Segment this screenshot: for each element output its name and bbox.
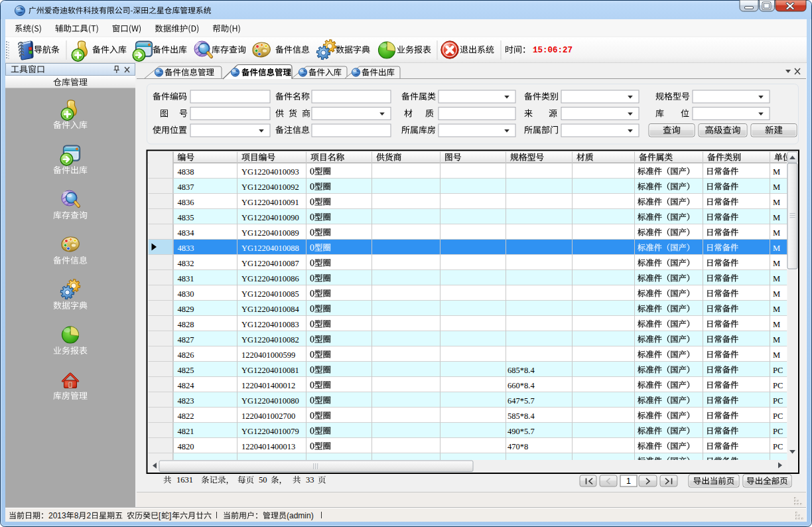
svg-text:(admin): (admin): [287, 511, 314, 520]
svg-text:M: M: [773, 320, 780, 329]
svg-text:2013: 2013: [48, 511, 66, 520]
svg-text:4833: 4833: [178, 244, 194, 253]
svg-text:1220401002700: 1220401002700: [241, 412, 295, 421]
svg-text:M: M: [773, 167, 780, 177]
svg-text:4823: 4823: [178, 396, 194, 406]
svg-text:YG12204010091: YG12204010091: [241, 198, 299, 207]
svg-text:15:06:27: 15:06:27: [533, 46, 573, 55]
svg-text:M: M: [773, 213, 780, 222]
svg-text:M: M: [773, 305, 780, 314]
svg-text:M: M: [773, 198, 780, 207]
svg-text:M: M: [773, 350, 780, 360]
svg-text:PC: PC: [773, 412, 783, 421]
svg-text:YG12204010092: YG12204010092: [241, 183, 299, 192]
svg-text:YG12204010093: YG12204010093: [241, 167, 299, 177]
svg-text:YG12204010089: YG12204010089: [241, 228, 299, 238]
svg-text:1: 1: [626, 477, 631, 486]
svg-text:YG12204010084: YG12204010084: [241, 305, 300, 314]
svg-text:M: M: [773, 274, 780, 283]
svg-text:YG12204010085: YG12204010085: [241, 289, 299, 299]
svg-text:YG12204010079: YG12204010079: [241, 427, 299, 436]
svg-text:M: M: [773, 335, 780, 344]
svg-text:4838: 4838: [178, 167, 194, 177]
svg-text:470*8: 470*8: [508, 442, 528, 451]
svg-text:585*8.4: 585*8.4: [508, 412, 535, 421]
svg-text:4829: 4829: [178, 305, 194, 314]
svg-text:1220401400012: 1220401400012: [241, 381, 295, 390]
svg-text:4828: 4828: [178, 320, 194, 329]
svg-text:YG12204010088: YG12204010088: [241, 244, 299, 253]
svg-text:YG12204010086: YG12204010086: [241, 274, 299, 283]
svg-text:490*5.7: 490*5.7: [508, 427, 535, 436]
svg-text:PC: PC: [773, 427, 783, 436]
svg-text:4830: 4830: [178, 289, 194, 299]
svg-text:YG12204010081: YG12204010081: [241, 366, 299, 375]
svg-text:M: M: [773, 259, 780, 268]
svg-text:YG12204010083: YG12204010083: [241, 320, 299, 329]
svg-text:1220401400013: 1220401400013: [241, 442, 295, 451]
svg-text:YG12204010087: YG12204010087: [241, 259, 299, 268]
svg-text:PC: PC: [773, 381, 783, 390]
svg-text:YG12204010082: YG12204010082: [241, 335, 299, 344]
svg-text:PC: PC: [773, 442, 783, 451]
svg-text:YG12204010080: YG12204010080: [241, 396, 299, 406]
svg-text:YG12204010090: YG12204010090: [241, 213, 299, 222]
svg-text:4821: 4821: [178, 427, 194, 436]
svg-text:4824: 4824: [178, 381, 195, 390]
svg-text:33: 33: [306, 475, 314, 485]
svg-text:PC: PC: [773, 396, 783, 406]
svg-text:50: 50: [259, 475, 267, 485]
svg-text:660*8.4: 660*8.4: [508, 381, 535, 390]
svg-text:4837: 4837: [178, 183, 194, 192]
svg-text:4827: 4827: [178, 335, 194, 344]
svg-text:4825: 4825: [178, 366, 194, 375]
svg-text:M: M: [773, 228, 780, 238]
svg-text:8: 8: [74, 511, 79, 520]
svg-text:4831: 4831: [178, 274, 194, 283]
svg-text:M: M: [773, 183, 780, 192]
svg-text:1631: 1631: [176, 475, 193, 485]
svg-text:M: M: [773, 289, 780, 299]
svg-text:647*5.7: 647*5.7: [508, 396, 535, 406]
svg-text:4826: 4826: [178, 350, 194, 360]
svg-text:M: M: [773, 244, 780, 253]
svg-text:2: 2: [86, 511, 91, 520]
svg-text:]: ]: [169, 511, 171, 520]
svg-text:4822: 4822: [178, 412, 194, 421]
svg-text:1220401000599: 1220401000599: [241, 350, 295, 360]
svg-text:4834: 4834: [178, 228, 195, 238]
svg-text:685*8.4: 685*8.4: [508, 366, 535, 375]
svg-text:4835: 4835: [178, 213, 194, 222]
svg-text:PC: PC: [773, 366, 783, 375]
svg-text:4832: 4832: [178, 259, 194, 268]
svg-text:4820: 4820: [178, 442, 194, 451]
svg-text:4836: 4836: [178, 198, 194, 207]
